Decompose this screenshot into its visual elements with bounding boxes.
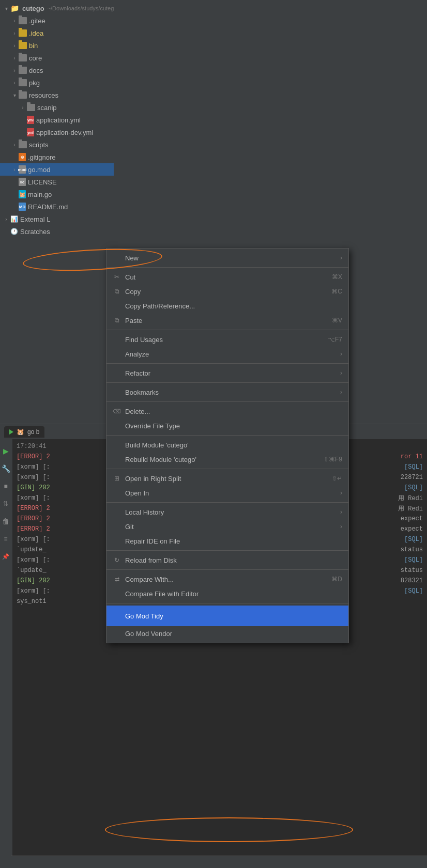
- menu-git[interactable]: Git ›: [106, 519, 348, 534]
- analyze-label: Analyze: [125, 350, 149, 358]
- docs-arrow: [10, 66, 19, 74]
- menu-repairide[interactable]: Repair IDE on File: [106, 534, 348, 548]
- tree-pkg[interactable]: pkg: [0, 76, 114, 89]
- copy-label: Copy: [125, 288, 141, 296]
- menu-gomodtidy[interactable]: Go Mod Tidy: [106, 606, 348, 626]
- cut-icon: ✂: [113, 273, 121, 281]
- menu-findusages[interactable]: Find Usages ⌥F7: [106, 332, 348, 347]
- bin-icon: [19, 42, 27, 49]
- repairide-icon: [113, 537, 121, 545]
- menu-comparewith[interactable]: ⇄ Compare With... ⌘D: [106, 572, 348, 586]
- cut-shortcut: ⌘X: [332, 273, 342, 281]
- idea-arrow: [10, 29, 19, 37]
- bin-arrow: [10, 41, 19, 50]
- menu-localhistory[interactable]: Local History ›: [106, 505, 348, 519]
- findusages-label: Find Usages: [125, 336, 163, 344]
- tree-scanip[interactable]: scanip: [0, 101, 114, 114]
- refactor-icon: [113, 369, 121, 377]
- menu-copy[interactable]: ⧉ Copy ⌘C: [106, 284, 348, 299]
- appyml-label: application.yml: [36, 116, 81, 124]
- new-label: New: [125, 254, 139, 262]
- reloaddisk-icon: ↻: [113, 556, 121, 564]
- menu-openrightsplit[interactable]: ⊞ Open in Right Split ⇧↵: [106, 471, 348, 486]
- scratches-label: Scratches: [20, 228, 50, 236]
- openin-label: Open In: [125, 489, 149, 497]
- sep3: [106, 363, 348, 364]
- menu-paste[interactable]: ⧉ Paste ⌘V: [106, 313, 348, 328]
- run-tab-label: go b: [27, 428, 39, 436]
- menu-gomodvendor[interactable]: Go Mod Vendor: [106, 626, 348, 641]
- tree-docs[interactable]: docs: [0, 64, 114, 76]
- menu-compareeditor[interactable]: Compare File with Editor: [106, 586, 348, 601]
- menu-rebuildmodule[interactable]: Rebuild Module 'cutego' ⇧⌘F9: [106, 452, 348, 467]
- menu-bookmarks[interactable]: Bookmarks ›: [106, 385, 348, 399]
- run-gopher-icon: 🐹: [17, 428, 24, 436]
- delete-icon: ⌫: [113, 407, 121, 415]
- copypath-label: Copy Path/Reference...: [125, 302, 195, 310]
- refactor-arrow: ›: [340, 369, 342, 377]
- tree-maingo[interactable]: 🐹 main.go: [0, 188, 114, 200]
- list-icon[interactable]: ≡: [1, 534, 10, 544]
- play-tool-icon[interactable]: ▶: [1, 446, 10, 456]
- menu-delete[interactable]: ⌫ Delete...: [106, 404, 348, 419]
- localhistory-label: Local History: [125, 508, 164, 516]
- git-arrow: ›: [340, 523, 342, 530]
- menu-refactor[interactable]: Refactor ›: [106, 366, 348, 380]
- tree-scripts[interactable]: scripts: [0, 138, 114, 151]
- compareeditor-icon: [113, 590, 121, 598]
- pin-icon[interactable]: 📌: [1, 552, 10, 561]
- menu-copypath[interactable]: Copy Path/Reference...: [106, 299, 348, 313]
- license-icon: lic: [19, 178, 26, 186]
- menu-reloaddisk[interactable]: ↻ Reload from Disk: [106, 553, 348, 567]
- tree-scratches[interactable]: 🕐 Scratches: [0, 225, 114, 238]
- tree-external[interactable]: 📊 External L: [0, 213, 114, 225]
- tree-gitignore[interactable]: ⊘ .gitignore: [0, 151, 114, 163]
- tree-license[interactable]: lic LICENSE: [0, 176, 114, 188]
- sep4: [106, 382, 348, 383]
- gitignore-label: .gitignore: [28, 153, 55, 161]
- run-tab[interactable]: 🐹 go b: [4, 426, 44, 438]
- stop-icon[interactable]: ■: [1, 482, 10, 491]
- tree-bin[interactable]: bin: [0, 39, 114, 52]
- resources-arrow: [10, 91, 19, 99]
- tree-appdevyml[interactable]: yml application-dev.yml: [0, 126, 114, 138]
- comparewith-icon: ⇄: [113, 575, 121, 583]
- external-label: External L: [20, 215, 51, 223]
- status-bar: [0, 856, 427, 868]
- sep7: [106, 469, 348, 469]
- localhistory-icon: [113, 508, 121, 516]
- sep9: [106, 550, 348, 551]
- openrightsplit-icon: ⊞: [113, 474, 121, 483]
- menu-analyze[interactable]: Analyze ›: [106, 347, 348, 361]
- git-icon: [113, 522, 121, 531]
- wrench-icon[interactable]: 🔧: [1, 464, 10, 473]
- tree-root[interactable]: 📁 cutego ~/Downloads/studys/cutego: [0, 2, 114, 14]
- scanip-label: scanip: [37, 104, 57, 112]
- menu-cut[interactable]: ✂ Cut ⌘X: [106, 270, 348, 284]
- tree-appyml[interactable]: yml application.yml: [0, 114, 114, 126]
- new-icon: [113, 254, 121, 262]
- pkg-icon: [19, 79, 27, 86]
- comparewith-label: Compare With...: [125, 576, 174, 583]
- gomodvendor-icon: [113, 629, 121, 638]
- file-tree: 📁 cutego ~/Downloads/studys/cutego .gite…: [0, 0, 114, 424]
- sep1: [106, 267, 348, 268]
- trash-icon[interactable]: 🗑: [1, 517, 10, 526]
- tree-resources[interactable]: resources: [0, 89, 114, 101]
- menu-override[interactable]: Override File Type: [106, 419, 348, 433]
- menu-new[interactable]: New ›: [106, 251, 348, 265]
- sep10: [106, 569, 348, 570]
- license-label: LICENSE: [28, 178, 57, 186]
- analyze-icon: [113, 350, 121, 358]
- tree-idea[interactable]: .idea: [0, 27, 114, 39]
- gomodtidy-icon: [113, 612, 121, 620]
- pkg-arrow: [10, 79, 19, 87]
- scroll-icon[interactable]: ⇅: [1, 499, 10, 508]
- tree-core[interactable]: core: [0, 52, 114, 64]
- sep5: [106, 401, 348, 402]
- tree-gitee[interactable]: .gitee: [0, 14, 114, 27]
- menu-openin[interactable]: Open In ›: [106, 486, 348, 500]
- tree-gomod[interactable]: mod go.mod: [0, 163, 114, 176]
- menu-buildmodule[interactable]: Build Module 'cutego': [106, 438, 348, 452]
- tree-readme[interactable]: MD README.md: [0, 200, 114, 213]
